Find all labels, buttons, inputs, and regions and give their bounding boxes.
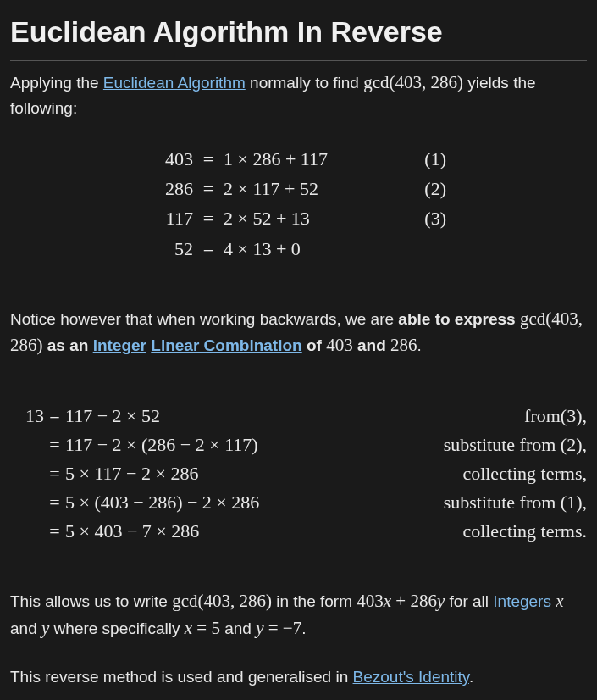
eq-y: y = −7 <box>256 618 301 638</box>
text: as an <box>43 336 93 354</box>
eq-equals: = <box>200 203 217 233</box>
divider <box>10 60 587 61</box>
eq-rhs: 5 × (403 − 286) − 2 × 286 <box>65 488 328 517</box>
eq-tag: (2) <box>379 174 446 203</box>
eq-tag: collecting terms. <box>328 517 587 546</box>
integers-link[interactable]: Integers <box>493 592 551 610</box>
intro-paragraph: Applying the Euclidean Algorithm normall… <box>10 69 587 120</box>
eq-tag: (3) <box>379 203 446 233</box>
eq-lhs: 52 <box>151 234 193 264</box>
eq-rhs: 117 − 2 × 52 <box>65 402 328 431</box>
text: Applying the <box>10 74 103 92</box>
eq-equals: = <box>44 431 65 459</box>
text: of <box>302 336 327 354</box>
number: 403 <box>326 335 353 355</box>
eq-rhs: 117 − 2 × (286 − 2 × 117) <box>65 431 328 459</box>
text: in the form <box>272 592 357 610</box>
equation-row: 13 = 117 − 2 × 52 from(3), <box>10 402 587 431</box>
eq-x: x = 5 <box>185 618 220 638</box>
eq-equals: = <box>200 144 217 174</box>
page-title: Euclidean Algorithm In Reverse <box>10 10 587 53</box>
eq-lhs: 13 <box>10 402 44 431</box>
bezout-identity-link[interactable]: Bezout's Identity <box>353 668 469 686</box>
notice-paragraph: Notice however that when working backwar… <box>10 306 587 359</box>
integer-link[interactable]: integer <box>93 336 146 354</box>
text: . <box>469 668 473 686</box>
eq-tag: collecting terms, <box>328 459 587 488</box>
text: . <box>417 336 422 354</box>
text: and <box>353 336 390 354</box>
equation-row: 52 = 4 × 13 + 0 <box>10 234 587 264</box>
eq-rhs: 1 × 286 + 117 <box>224 144 372 174</box>
text: This allows us to write <box>10 592 172 610</box>
eq-equals: = <box>44 517 65 546</box>
text: normally to find <box>246 74 363 92</box>
var-y: y <box>41 618 49 638</box>
eq-tag: substitute from (1), <box>328 488 587 517</box>
text: able to express <box>398 310 520 328</box>
text: for all <box>445 592 493 610</box>
eq-equals: = <box>200 174 217 203</box>
text: . <box>301 619 306 637</box>
text: Notice however that when working backwar… <box>10 310 398 328</box>
eq-lhs: 117 <box>151 203 193 233</box>
eq-equals: = <box>44 459 65 488</box>
bezout-paragraph: This reverse method is used and generali… <box>10 665 587 690</box>
eq-tag: (1) <box>379 144 446 174</box>
eq-lhs: 286 <box>151 174 193 203</box>
eq-tag: substitute from (2), <box>328 431 587 459</box>
form-expression: 403x + 286y <box>357 591 445 611</box>
gcd-expression: gcd(403, 286) <box>172 591 272 611</box>
text: and <box>10 619 41 637</box>
equation-row: = 5 × 117 − 2 × 286 collecting terms, <box>10 459 587 488</box>
eq-equals: = <box>200 234 217 264</box>
equation-row: = 5 × (403 − 286) − 2 × 286 substitute f… <box>10 488 587 517</box>
equation-row: 117 = 2 × 52 + 13 (3) <box>10 203 587 233</box>
text: and <box>220 619 256 637</box>
euclidean-algorithm-link[interactable]: Euclidean Algorithm <box>103 74 246 92</box>
eq-rhs: 5 × 117 − 2 × 286 <box>65 459 328 488</box>
eq-equals: = <box>44 488 65 517</box>
text: where specifically <box>49 619 184 637</box>
equation-row: = 5 × 403 − 7 × 286 collecting terms. <box>10 517 587 546</box>
equation-row: = 117 − 2 × (286 − 2 × 117) substitute f… <box>10 431 587 459</box>
form-paragraph: This allows us to write gcd(403, 286) in… <box>10 588 587 642</box>
var-x: x <box>556 591 563 611</box>
equation-row: 286 = 2 × 117 + 52 (2) <box>10 174 587 203</box>
text: This reverse method is used and generali… <box>10 668 353 686</box>
gcd-expression: gcd(403, 286) <box>363 72 463 92</box>
linear-combination-link[interactable]: Linear Combination <box>151 336 301 354</box>
equation-row: 403 = 1 × 286 + 117 (1) <box>10 144 587 174</box>
eq-rhs: 5 × 403 − 7 × 286 <box>65 517 328 546</box>
reverse-equations: 13 = 117 − 2 × 52 from(3), = 117 − 2 × (… <box>10 402 587 546</box>
eq-rhs: 4 × 13 + 0 <box>224 234 372 264</box>
eq-equals: = <box>44 402 65 431</box>
eq-tag: from(3), <box>328 402 587 431</box>
number: 286 <box>390 335 417 355</box>
eq-lhs: 403 <box>151 144 193 174</box>
eq-rhs: 2 × 52 + 13 <box>224 203 372 233</box>
eq-rhs: 2 × 117 + 52 <box>224 174 372 203</box>
forward-equations: 403 = 1 × 286 + 117 (1) 286 = 2 × 117 + … <box>10 144 587 264</box>
